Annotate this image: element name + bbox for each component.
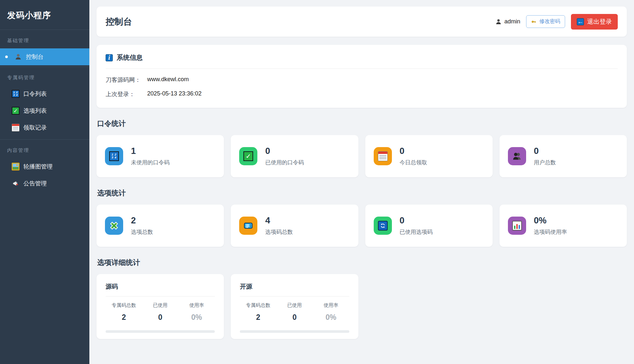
sidebar-section-basic: 基础管理 [0,30,89,48]
sidebar-item-label: 口令列表 [23,90,47,98]
stat-value: 1 [131,146,170,156]
stat-card-total-option-codes: 4 选项码总数 [231,205,358,247]
megaphone-icon [12,180,19,187]
sidebar-item-label: 轮播图管理 [23,163,53,170]
stat-card-today-claims: 0 今日总领取 [365,135,493,177]
col-value-used: 0 [276,313,313,322]
ticket-icon [239,217,257,235]
sidebar-item-carousel[interactable]: 轮播图管理 [0,158,89,175]
active-dot [5,56,8,58]
stat-value: 0% [534,216,567,226]
logout-arrow-icon: ← [577,18,584,25]
col-label-rate: 使用率 [313,302,349,308]
busts-icon [508,147,526,165]
sidebar-item-label: 控制台 [26,53,44,61]
page-title: 控制台 [106,16,132,28]
stat-value: 0 [400,146,427,156]
stat-value: 2 [131,216,153,226]
sidebar-item-label: 公告管理 [23,180,47,187]
usage-progress-bar [106,330,215,333]
detail-card-source: 源码 专属码总数 已使用 使用率 2 0 0% [97,274,224,339]
input-numbers-icon: 1 23 4 [105,147,123,165]
user-silhouette-icon [14,53,22,61]
col-label-total: 专属码总数 [240,302,276,308]
detail-card-title: 源码 [106,282,215,291]
sidebar-item-label: 领取记录 [23,124,47,132]
sidebar-item-announcements[interactable]: 公告管理 [0,175,89,192]
system-info-card: i 系统信息 刀客源码网： www.dkewl.com 上次登录： 2025-0… [97,45,627,108]
col-value-total: 2 [106,313,142,322]
green-cross-icon [105,217,123,235]
col-label-total: 专属码总数 [106,302,142,308]
sidebar: 发码小程序 基础管理 控制台 专属码管理 1 23 4 口令列表 ✓ 选项列表 … [0,0,89,364]
stat-card-total-users: 0 用户总数 [499,135,627,177]
section-heading-option-detail: 选项详细统计 [97,258,627,268]
app-brand: 发码小程序 [0,0,89,30]
stat-label: 已使用选项码 [400,228,433,236]
stat-card-option-usage-rate: 0% 选项码使用率 [499,205,627,247]
stat-card-used-option-codes: 0 已使用选项码 [365,205,493,247]
stat-card-used-passwords: ✓ 0 已使用的口令码 [231,135,358,177]
user-silhouette-icon [495,19,502,25]
stat-value: 0 [400,216,433,226]
change-password-button[interactable]: 修改密码 [526,15,565,28]
site-url: www.dkewl.com [147,76,189,84]
username: admin [504,18,520,25]
divider [240,296,349,296]
col-value-rate: 0% [313,313,349,322]
sidebar-item-option-list[interactable]: ✓ 选项列表 [0,102,89,119]
framed-picture-icon [12,163,19,170]
info-row-last-login: 上次登录： 2025-05-13 23:36:02 [106,90,618,98]
stat-value: 0 [265,146,304,156]
col-label-rate: 使用率 [178,302,215,308]
sidebar-item-password-list[interactable]: 1 23 4 口令列表 [0,85,89,102]
col-value-rate: 0% [178,313,215,322]
col-label-used: 已使用 [276,302,313,308]
divider [106,296,215,296]
stat-label: 选项码使用率 [534,228,567,236]
sidebar-item-console[interactable]: 控制台 [0,48,89,65]
stat-card-total-options: 2 选项总数 [97,205,224,247]
usage-progress-bar [240,330,349,333]
sidebar-item-claim-records[interactable]: 领取记录 [0,119,89,136]
detail-card-opensource: 开源 专属码总数 已使用 使用率 2 0 0% [231,274,358,339]
key-icon [531,19,537,25]
detail-card-title: 开源 [240,282,349,291]
last-login-time: 2025-05-13 23:36:02 [147,90,201,98]
check-mark-icon: ✓ [239,147,257,165]
info-row-site: 刀客源码网： www.dkewl.com [106,76,618,84]
stat-value: 4 [265,216,293,226]
refresh-arrows-icon [374,217,392,235]
stat-label: 选项总数 [131,228,153,236]
section-heading-password-stats: 口令统计 [97,119,627,129]
check-mark-icon: ✓ [12,107,19,115]
calendar-icon [374,147,392,165]
sidebar-section-codes: 专属码管理 [0,67,89,85]
info-icon: i [106,54,113,61]
current-user: admin [495,18,520,25]
input-numbers-icon: 1 23 4 [12,90,19,98]
stat-label: 用户总数 [534,159,556,166]
stat-value: 0 [534,146,556,156]
stat-label: 未使用的口令码 [131,159,170,166]
col-value-used: 0 [142,313,178,322]
section-heading-option-stats: 选项统计 [97,188,627,198]
sidebar-item-label: 选项列表 [23,107,47,115]
stat-label: 已使用的口令码 [265,159,304,166]
stat-label: 今日总领取 [400,159,427,166]
col-value-total: 2 [240,313,276,322]
stat-label: 选项码总数 [265,228,293,236]
system-info-title: 系统信息 [117,53,143,62]
sidebar-section-content: 内容管理 [0,140,89,158]
logout-button[interactable]: ← 退出登录 [571,14,618,30]
col-label-used: 已使用 [142,302,178,308]
main-content: 控制台 admin 修改密码 ← 退出登录 i 系统信息 [89,0,634,364]
topbar: 控制台 admin 修改密码 ← 退出登录 [97,6,627,37]
divider [106,69,618,69]
bar-chart-icon [508,217,526,235]
calendar-icon [12,124,19,132]
stat-card-unused-passwords: 1 23 4 1 未使用的口令码 [97,135,224,177]
